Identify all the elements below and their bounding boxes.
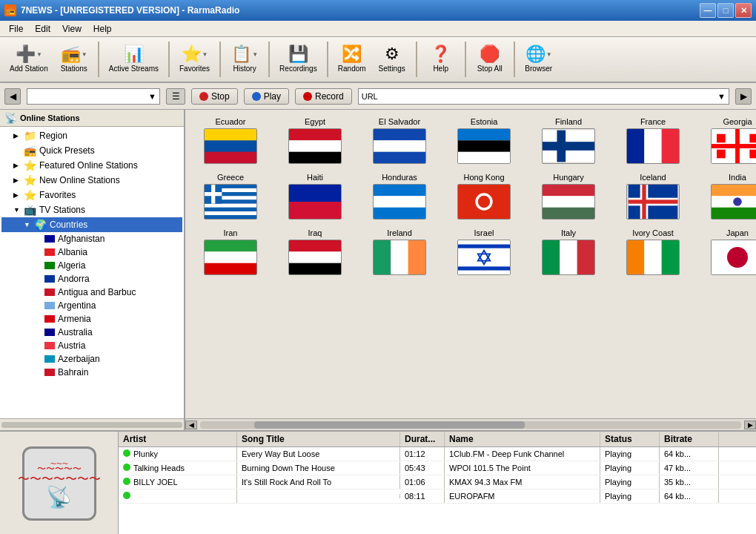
tree-item-tv-stations[interactable]: ▼ 📺 TV Stations <box>1 202 182 217</box>
hscroll-left[interactable]: ◀ <box>185 421 197 429</box>
browser-button[interactable]: 🌐 ▼ Browser <box>520 39 558 79</box>
history-button[interactable]: 📋 ▼ History <box>225 39 264 79</box>
country-iceland[interactable]: Iceland <box>612 170 694 222</box>
hscroll-track[interactable] <box>200 421 741 429</box>
stop-all-button[interactable]: 🛑 Stop All <box>471 39 509 79</box>
tree-icon-button[interactable]: ☰ <box>166 88 185 105</box>
playlist-row[interactable]: Talking Heads Burning Down The House 05:… <box>119 461 756 475</box>
tree-item-australia[interactable]: Australia <box>1 326 182 339</box>
tree-item-new-online[interactable]: ▶ ⭐ New Online Stations <box>1 173 182 188</box>
settings-button[interactable]: ⚙ Settings <box>373 39 411 79</box>
country-italy[interactable]: Italy <box>528 225 609 278</box>
menu-help[interactable]: Help <box>87 22 118 36</box>
country-iraq[interactable]: Iraq <box>274 225 356 278</box>
active-streams-button[interactable]: 📊 Active Streams <box>104 39 164 79</box>
row3-bitrate: 35 kb... <box>660 475 719 489</box>
row3-name: KMAX 94.3 Max FM <box>445 475 600 489</box>
play-label: Play <box>264 91 281 102</box>
country-japan[interactable]: Japan <box>697 225 756 278</box>
tree-item-quick-presets[interactable]: 📻 Quick Presets <box>1 143 182 158</box>
country-honduras[interactable]: Honduras <box>359 170 440 222</box>
help-button[interactable]: ❓ Help <box>422 39 460 79</box>
play-button[interactable]: Play <box>244 88 289 105</box>
tree-item-featured[interactable]: ▶ ⭐ Featured Online Stations <box>1 158 182 173</box>
tree-view[interactable]: ▶ 📁 Region 📻 Quick Presets ▶ ⭐ Featured … <box>0 127 184 418</box>
country-egypt[interactable]: Egypt <box>274 114 356 167</box>
country-ireland[interactable]: Ireland <box>359 225 440 278</box>
nav-back-button[interactable]: ◀ <box>4 88 21 105</box>
country-france[interactable]: France <box>612 114 694 167</box>
favorites-button[interactable]: ⭐ ▼ Favorites <box>174 39 215 79</box>
tree-item-azerbaijan[interactable]: Azerbaijan <box>1 352 182 366</box>
country-hungary-flag <box>542 184 595 220</box>
tree-item-armenia[interactable]: Armenia <box>1 312 182 326</box>
tree-item-argentina[interactable]: Argentina <box>1 299 182 312</box>
country-georgia-name: Georgia <box>723 117 752 126</box>
tree-item-austria[interactable]: Austria <box>1 339 182 352</box>
playlist-header: Artist Song Title Durat... Name Status B… <box>119 432 756 447</box>
country-hong-kong[interactable]: Hong Kong <box>443 170 525 222</box>
tree-item-antigua[interactable]: Antigua and Barbuc <box>1 286 182 299</box>
stations-label: Stations <box>61 65 87 73</box>
hscroll-right[interactable]: ▶ <box>744 421 756 429</box>
stop-button[interactable]: Stop <box>191 88 238 105</box>
tree-item-countries[interactable]: ▼ 🌍 Countries <box>1 217 182 232</box>
tree-item-algeria[interactable]: Algeria <box>1 259 182 272</box>
menu-view[interactable]: View <box>56 22 87 36</box>
antigua-label: Antigua and Barbuc <box>58 287 136 297</box>
close-button[interactable]: ✕ <box>735 3 752 18</box>
country-israel[interactable]: Israel <box>443 225 525 278</box>
country-georgia[interactable]: Georgia <box>697 114 756 167</box>
country-india[interactable]: India <box>697 170 756 222</box>
svg-rect-81 <box>644 240 661 275</box>
window-controls: — □ ✕ <box>700 3 752 18</box>
playlist-row[interactable]: 08:11 EUROPAFM Playing 64 kb... <box>119 490 756 504</box>
tree-item-albania[interactable]: Albania <box>1 245 182 259</box>
stations-button[interactable]: 📻 ▼ Stations <box>55 39 93 79</box>
menu-edit[interactable]: Edit <box>29 22 56 36</box>
maximize-button[interactable]: □ <box>717 3 734 18</box>
minimize-button[interactable]: — <box>700 3 716 18</box>
row2-name: WPOI 101.5 The Point <box>445 461 600 475</box>
playlist-row[interactable]: BILLY JOEL It's Still Rock And Roll To 0… <box>119 475 756 490</box>
svg-rect-71 <box>408 240 425 275</box>
country-greece[interactable]: Greece <box>190 170 271 222</box>
country-el-salvador[interactable]: El Salvador <box>359 114 440 167</box>
country-iran[interactable]: Iran <box>190 225 271 278</box>
tree-combo[interactable]: ▼ <box>27 88 160 105</box>
country-finland[interactable]: Finland <box>528 114 609 167</box>
svg-rect-55 <box>629 200 678 203</box>
countries-hscroll[interactable]: ◀ ▶ <box>185 418 756 430</box>
hscroll-thumb[interactable] <box>254 421 525 429</box>
country-india-flag <box>711 184 756 220</box>
url-input[interactable]: URL ▼ <box>358 88 729 105</box>
recordings-button[interactable]: 💾 Recordings <box>274 39 322 79</box>
tree-item-region[interactable]: ▶ 📁 Region <box>1 128 182 143</box>
tree-hscroll[interactable] <box>0 418 184 430</box>
menu-file[interactable]: File <box>3 22 29 36</box>
random-button[interactable]: 🔀 Random <box>333 39 371 79</box>
country-ivory-coast[interactable]: Ivory Coast <box>612 225 694 278</box>
tree-item-afghanistan[interactable]: Afghanistan <box>1 232 182 245</box>
stop-label: Stop <box>211 91 230 102</box>
tree-item-favorites[interactable]: ▶ ⭐ Favorites <box>1 188 182 202</box>
row4-artist <box>119 490 237 503</box>
add-station-button[interactable]: ➕ ▼ Add Station <box>4 39 53 79</box>
record-button[interactable]: Record <box>295 88 352 105</box>
url-dropdown-arrow[interactable]: ▼ <box>717 92 726 101</box>
row1-status: Playing <box>600 447 660 461</box>
nav-forward-button[interactable]: ▶ <box>735 88 752 105</box>
country-estonia[interactable]: Estonia <box>443 114 525 167</box>
tree-item-andorra[interactable]: Andorra <box>1 272 182 286</box>
tree-item-bahrain[interactable]: Bahrain <box>1 366 182 379</box>
countries-scroll[interactable]: Ecuador Egypt El <box>185 110 756 418</box>
playlist-row[interactable]: Plunky Every Way But Loose 01:12 1Club.F… <box>119 447 756 461</box>
menu-bar: File Edit View Help <box>0 21 756 37</box>
country-ecuador[interactable]: Ecuador <box>190 114 271 167</box>
row4-name: EUROPAFM <box>445 490 600 503</box>
tree-combo-arrow[interactable]: ▼ <box>148 92 156 101</box>
browser-label: Browser <box>525 65 552 73</box>
country-hungary[interactable]: Hungary <box>528 170 609 222</box>
country-haiti[interactable]: Haiti <box>274 170 356 222</box>
svg-rect-73 <box>458 245 510 248</box>
